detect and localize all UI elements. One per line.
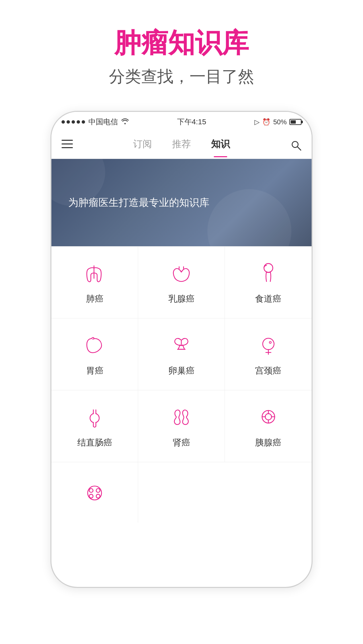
wifi-icon xyxy=(121,118,129,126)
partial-row xyxy=(51,462,312,523)
cervix-label: 宫颈癌 xyxy=(255,365,281,377)
svg-rect-1 xyxy=(62,143,73,144)
banner-text: 为肿瘤医生打造最专业的知识库 xyxy=(68,196,209,210)
battery-icon xyxy=(289,119,301,125)
phone-wrapper: 中国电信 下午4:15 ▷ ⏰ 50% xyxy=(0,111,363,588)
page-header: 肿瘤知识库 分类查找，一目了然 xyxy=(0,0,363,101)
svg-point-7 xyxy=(264,263,273,272)
breast-label: 乳腺癌 xyxy=(168,293,195,305)
lung-icon xyxy=(81,260,108,287)
tab-recommend[interactable]: 推荐 xyxy=(172,138,191,153)
search-icon[interactable] xyxy=(281,140,301,151)
cancer-cell-stomach[interactable]: 胃癌 xyxy=(51,318,138,390)
tab-knowledge[interactable]: 知识 xyxy=(211,138,230,153)
status-bar: 中国电信 下午4:15 ▷ ⏰ 50% xyxy=(51,112,312,132)
svg-point-11 xyxy=(263,338,274,349)
nav-bar: 订阅 推荐 知识 xyxy=(51,132,312,159)
svg-point-16 xyxy=(265,414,272,420)
location-icon: ▷ xyxy=(254,118,259,126)
cancer-cell-other[interactable] xyxy=(51,462,138,523)
colorectal-label: 结直肠癌 xyxy=(77,437,112,448)
svg-point-22 xyxy=(89,488,93,492)
colorectal-icon xyxy=(81,404,108,431)
tab-subscribe[interactable]: 订阅 xyxy=(133,138,152,153)
cancer-cell-cervix[interactable]: 宫颈癌 xyxy=(225,318,312,390)
signal-dot-3 xyxy=(72,120,75,124)
esophagus-icon xyxy=(255,260,282,287)
svg-point-23 xyxy=(96,488,100,492)
signal-dot-1 xyxy=(62,120,65,124)
cancer-cell-pancreas[interactable]: 胰腺癌 xyxy=(225,390,312,462)
signal-dot-5 xyxy=(82,120,85,124)
page-subtitle: 分类查找，一目了然 xyxy=(0,66,363,87)
cancer-cell-lung[interactable]: 肺癌 xyxy=(51,247,138,318)
other-icon xyxy=(81,479,108,506)
breast-icon xyxy=(168,260,195,287)
cancer-grid: 肺癌 乳腺癌 xyxy=(51,246,312,462)
nav-tabs: 订阅 推荐 知识 xyxy=(82,138,281,153)
status-time: 下午4:15 xyxy=(177,117,206,127)
svg-point-25 xyxy=(96,494,100,498)
stomach-label: 胃癌 xyxy=(86,365,104,377)
carrier-label: 中国电信 xyxy=(88,117,118,127)
stomach-icon xyxy=(81,332,108,359)
ovary-icon xyxy=(168,332,195,359)
signal-dot-4 xyxy=(77,120,80,124)
cancer-cell-colorectal[interactable]: 结直肠癌 xyxy=(51,390,138,462)
banner: 为肿瘤医生打造最专业的知识库 xyxy=(51,159,312,246)
cancer-cell-ovary[interactable]: 卵巢癌 xyxy=(138,318,225,390)
pancreas-icon xyxy=(255,404,282,431)
battery-percent: 50% xyxy=(273,118,287,126)
ovary-label: 卵巢癌 xyxy=(168,365,195,377)
cancer-cell-esophagus[interactable]: 食道癌 xyxy=(225,247,312,318)
page-title: 肿瘤知识库 xyxy=(0,27,363,59)
alarm-icon: ⏰ xyxy=(262,118,271,126)
phone-frame: 中国电信 下午4:15 ▷ ⏰ 50% xyxy=(50,111,313,588)
cancer-cell-kidney[interactable]: 肾癌 xyxy=(138,390,225,462)
signal-dot-2 xyxy=(67,120,70,124)
svg-point-24 xyxy=(89,494,93,498)
svg-rect-2 xyxy=(62,147,73,148)
svg-line-4 xyxy=(297,147,301,150)
pancreas-label: 胰腺癌 xyxy=(255,437,281,448)
cancer-cell-breast[interactable]: 乳腺癌 xyxy=(138,247,225,318)
lung-label: 肺癌 xyxy=(86,293,104,305)
kidney-label: 肾癌 xyxy=(173,437,190,448)
menu-icon[interactable] xyxy=(62,140,82,151)
kidney-icon xyxy=(168,404,195,431)
svg-rect-0 xyxy=(62,140,73,141)
cervix-icon xyxy=(255,332,282,359)
esophagus-label: 食道癌 xyxy=(255,293,281,305)
svg-point-14 xyxy=(269,341,271,343)
